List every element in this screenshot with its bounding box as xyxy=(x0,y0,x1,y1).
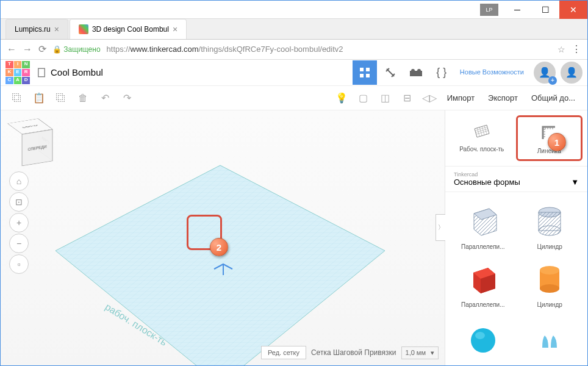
grid-view-button[interactable] xyxy=(353,60,377,85)
pickaxe-button[interactable] xyxy=(378,60,403,85)
category-sublabel: Tinkercad xyxy=(454,171,579,178)
ruler-tool-label: Линейка xyxy=(520,148,579,154)
shape-box[interactable]: Параллелепи... xyxy=(451,256,515,308)
svg-point-7 xyxy=(417,69,421,73)
tab-close-icon[interactable]: × xyxy=(173,24,177,34)
bulb-button[interactable]: 💡 xyxy=(331,88,352,109)
svg-point-16 xyxy=(539,226,561,235)
export-button[interactable]: Экспорт xyxy=(482,86,524,110)
duplicate-button[interactable]: ⿻ xyxy=(51,88,71,109)
svg-point-21 xyxy=(540,284,559,293)
shape-other[interactable] xyxy=(518,314,582,359)
svg-rect-0 xyxy=(38,68,45,77)
fit-view-button[interactable]: ⊡ xyxy=(9,192,29,212)
shape-category-select[interactable]: Tinkercad Основные формы▼ xyxy=(445,166,587,192)
snap-select[interactable]: 1,0 мм▾ xyxy=(401,346,439,359)
home-view-button[interactable]: ⌂ xyxy=(9,171,29,191)
workplane-tool-label: Рабоч. плоск-ть xyxy=(453,146,511,152)
tab-close-icon[interactable]: × xyxy=(54,24,59,34)
annotation-marker-1: 1 xyxy=(548,133,566,151)
tab-title: Lumpics.ru xyxy=(15,25,51,34)
redo-button[interactable]: ↷ xyxy=(117,88,137,109)
shape-sphere[interactable] xyxy=(451,314,515,359)
shape-cylinder-hole[interactable]: Цилиндр xyxy=(518,198,582,250)
edit-grid-button[interactable]: Ред. сетку xyxy=(261,346,306,359)
workplane-icon xyxy=(471,120,493,142)
svg-point-23 xyxy=(471,328,495,353)
mirror-button[interactable]: ◁▷ xyxy=(419,88,440,109)
add-user-button[interactable]: 👤+ xyxy=(534,62,556,84)
shape-label: Параллелепи... xyxy=(451,301,515,308)
browser-tab[interactable]: 3D design Cool Bombul × xyxy=(70,19,187,39)
shape-label: Параллелепи... xyxy=(451,243,515,250)
svg-rect-2 xyxy=(366,68,370,71)
shapes-panel: 〉 Рабоч. плоск-ть Линейка Tinkercad Осно… xyxy=(445,110,587,365)
snap-label: Сетка Шаговой Привязки xyxy=(311,348,396,357)
lp-badge: LP xyxy=(480,4,498,16)
bookmark-icon[interactable]: ☆ xyxy=(558,45,565,54)
forward-button[interactable]: → xyxy=(23,44,32,55)
lock-icon[interactable]: 🔒 Защищено xyxy=(52,45,101,54)
collapse-panel-button[interactable]: 〉 xyxy=(436,214,445,241)
url-field[interactable]: https://www.tinkercad.com/things/dskQfRC… xyxy=(107,45,551,54)
address-bar: ← → ⟳ 🔒 Защищено https://www.tinkercad.c… xyxy=(1,40,587,60)
viewcube[interactable]: СВЕРХУ СПЕРЕДИ СПРАВА xyxy=(9,121,53,165)
document-icon xyxy=(36,67,47,78)
svg-rect-4 xyxy=(366,74,370,77)
import-button[interactable]: Импорт xyxy=(441,86,481,110)
close-button[interactable]: ✕ xyxy=(559,1,587,19)
svg-point-22 xyxy=(540,266,559,274)
tab-title: 3D design Cool Bombul xyxy=(92,25,169,34)
app-header: TINKERCAD Cool Bombul { } Новые Возможно… xyxy=(1,60,587,86)
maximize-button[interactable]: ☐ xyxy=(531,1,559,19)
undo-button[interactable]: ↶ xyxy=(95,88,115,109)
main-toolbar: ⿻ 📋 ⿻ 🗑 ↶ ↷ 💡 ▢ ◫ ⊟ ◁▷ Импорт Экспорт Об… xyxy=(1,86,587,110)
brick-button[interactable] xyxy=(404,60,428,85)
viewcube-front[interactable]: СПЕРЕДИ xyxy=(22,129,53,167)
design-name[interactable]: Cool Bombul xyxy=(36,67,103,78)
shape-label: Цилиндр xyxy=(518,243,582,250)
paste-button[interactable]: 📋 xyxy=(29,88,49,109)
copy-button[interactable]: ⿻ xyxy=(7,88,27,109)
minimize-button[interactable]: ─ xyxy=(503,1,531,19)
zoom-in-button[interactable]: + xyxy=(9,213,29,232)
tinkercad-logo[interactable]: TINKERCAD xyxy=(5,61,30,84)
shape-label: Цилиндр xyxy=(518,301,582,308)
workplane-tool[interactable]: Рабоч. плоск-ть xyxy=(450,115,514,161)
code-button[interactable]: { } xyxy=(429,60,454,85)
reload-button[interactable]: ⟳ xyxy=(38,43,46,55)
annotation-marker-2: 2 xyxy=(210,238,228,256)
delete-button[interactable]: 🗑 xyxy=(73,88,93,109)
svg-rect-1 xyxy=(360,68,364,71)
window-titlebar: LP ─ ☐ ✕ xyxy=(1,1,587,19)
chevron-down-icon: ▼ xyxy=(571,178,579,187)
group-button[interactable]: ▢ xyxy=(353,88,374,109)
news-link[interactable]: Новые Возможности xyxy=(455,68,529,76)
svg-rect-3 xyxy=(360,74,364,77)
ungroup-button[interactable]: ◫ xyxy=(375,88,396,109)
shape-cylinder[interactable]: Цилиндр xyxy=(518,256,582,308)
category-name: Основные формы xyxy=(454,178,520,187)
svg-point-6 xyxy=(411,69,415,73)
workplane-grid[interactable]: рабоч. плоск-ть xyxy=(49,159,391,365)
tinkercad-favicon xyxy=(79,24,88,34)
browser-tab[interactable]: Lumpics.ru × xyxy=(5,19,68,39)
back-button[interactable]: ← xyxy=(7,44,16,55)
user-avatar[interactable]: 👤 xyxy=(561,62,583,84)
browser-tabs: Lumpics.ru × 3D design Cool Bombul × xyxy=(1,19,587,40)
align-button[interactable]: ⊟ xyxy=(397,88,418,109)
share-button[interactable]: Общий до... xyxy=(525,86,581,110)
canvas-3d[interactable]: СВЕРХУ СПЕРЕДИ СПРАВА ⌂ ⊡ + − ▫ xyxy=(1,110,445,365)
browser-menu-icon[interactable]: ⋮ xyxy=(572,43,581,55)
shape-box-hole[interactable]: Параллелепи... xyxy=(451,198,515,250)
zoom-out-button[interactable]: − xyxy=(9,234,29,253)
ortho-button[interactable]: ▫ xyxy=(9,254,29,274)
svg-point-24 xyxy=(475,332,485,339)
